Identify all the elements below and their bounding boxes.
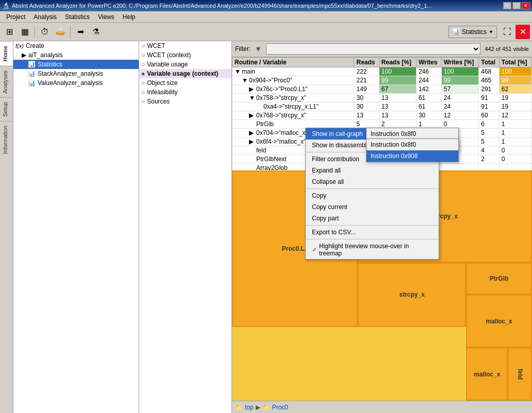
tm-block-mallocx1[interactable]: malloc_x: [466, 295, 532, 348]
tree-item-ait[interactable]: ▶ aiT_analysis: [13, 50, 139, 60]
minimize-button[interactable]: ─: [503, 2, 511, 9]
table-row[interactable]: ▼0x904->"Proc0" 221 99 244 99 465 99: [232, 76, 532, 85]
titlebar-controls: ─ □ ✕: [503, 2, 530, 9]
cell-writes-pct: [441, 164, 479, 171]
mid-item-objsize[interactable]: ○ Object size: [139, 78, 231, 88]
menu-statistics[interactable]: Statistics: [61, 12, 94, 22]
sources-icon: ○: [141, 98, 145, 105]
toolbar-grid-button[interactable]: ⊞: [2, 25, 16, 39]
filter-select[interactable]: [266, 43, 481, 55]
ctx-export-csv[interactable]: Export to CSV...: [306, 227, 439, 238]
objsize-label: Object size: [147, 79, 177, 87]
toolbar-clock-button[interactable]: ⏱: [38, 25, 52, 39]
tree-item-create[interactable]: f(x) Create: [13, 41, 139, 50]
cell-total: 4: [479, 146, 500, 155]
menu-views[interactable]: Views: [94, 12, 119, 22]
col-writes-pct: Writes [%]: [441, 58, 479, 67]
nav-proc0-label[interactable]: Proc0: [272, 404, 288, 411]
ait-label: aiT_analysis: [28, 51, 63, 59]
vtab-information[interactable]: Information: [0, 121, 13, 158]
ctx-sep-2: [306, 188, 439, 189]
app-title: AbsInt Advanced Analyzer for PowerPC e20…: [12, 3, 431, 9]
ctx-check-icon: ✓: [312, 246, 317, 253]
toolbar-close-button[interactable]: ✕: [516, 25, 530, 39]
close-button[interactable]: ✕: [522, 2, 530, 9]
value-label: ValueAnalyzer_analysis: [38, 79, 103, 87]
ctx-expand-all[interactable]: Expand all: [306, 165, 439, 176]
cell-writes: 142: [416, 85, 441, 94]
tree-item-statistics[interactable]: 📊 Statistics: [13, 60, 139, 69]
cell-total-pct: 1: [499, 129, 531, 137]
sub-callgraph-item-0[interactable]: Instruction 0x8f0: [367, 128, 458, 140]
toolbar-funnel-button[interactable]: ⚗: [89, 25, 103, 39]
cell-name: ▼0x758->"strcpy_x": [232, 94, 354, 102]
table-row[interactable]: ▼0x758->"strcpy_x" 30 13 61 24 91 19: [232, 94, 532, 102]
table-row[interactable]: PtrGlb 5 2 1 0 6 1: [232, 120, 532, 129]
menu-analysis[interactable]: Analysis: [29, 12, 61, 22]
tree-item-stackanalyzer[interactable]: 📊 StackAnalyzer_analysis: [13, 69, 139, 78]
cell-reads-pct: 99: [379, 76, 416, 85]
ctx-copy-current-label: Copy current: [312, 203, 347, 211]
ctx-copy[interactable]: Copy: [306, 190, 439, 201]
ctx-callgraph-label: Show in call-graph: [312, 130, 363, 137]
table-header: Routine / Variable Reads Reads [%] Write…: [232, 58, 532, 67]
left-panel: f(x) Create ▶ aiT_analysis 📊 Statistics …: [13, 41, 139, 413]
stats-label: Statistics: [38, 61, 62, 68]
mid-item-varusage[interactable]: ○ Variable usage: [139, 60, 231, 69]
col-reads-pct: Reads [%]: [379, 58, 416, 67]
mid-item-wcet[interactable]: ○ WCET: [139, 41, 231, 50]
cell-name: 0xa4->"strcpy_x.L1": [232, 102, 354, 111]
stack-icon: 📊: [28, 70, 36, 77]
tm-block-feld[interactable]: feld: [508, 348, 532, 401]
mid-item-wcet-ctx[interactable]: ○ WCET (context): [139, 50, 231, 60]
infeasibility-label: Infeasibility: [147, 89, 177, 96]
varusage-ctx-label: Variable usage (context): [147, 70, 218, 77]
nav-top-label[interactable]: top: [245, 404, 254, 411]
mid-item-infeasibility[interactable]: ○ Infeasibility: [139, 88, 231, 97]
vtab-home[interactable]: Home: [0, 41, 13, 66]
tm-block-ptrgib[interactable]: PtrGlb: [466, 263, 532, 295]
sources-label: Sources: [147, 98, 170, 105]
cell-name: PtrGlb: [232, 120, 354, 129]
toolbar-pie-button[interactable]: 🥧: [53, 25, 68, 39]
ctx-highlight-label: Highlight treeview mouse-over in treemap: [319, 243, 433, 257]
ctx-collapse-all[interactable]: Collapse all: [306, 176, 439, 187]
sub-disassembly-item-1[interactable]: Instruction 0x908: [367, 150, 458, 162]
statistics-dropdown[interactable]: 📊 Statistics ▼: [448, 26, 497, 38]
menu-project[interactable]: Project: [2, 12, 29, 22]
middle-panel: ○ WCET ○ WCET (context) ○ Variable usage…: [139, 41, 232, 413]
cell-reads: 30: [354, 94, 379, 102]
menu-help[interactable]: Help: [119, 12, 140, 22]
cell-total: 91: [479, 94, 500, 102]
cell-writes-pct: 100: [441, 67, 479, 76]
wcet-ctx-label: WCET (context): [147, 51, 191, 59]
cell-total: 465: [479, 76, 500, 85]
toolbar-separator-1: [35, 26, 35, 38]
table-row[interactable]: ▶0x768->"strcpy_x" 13 13 30 12 60 12: [232, 111, 532, 120]
table-row[interactable]: 0xa4->"strcpy_x.L1" 30 13 61 24 91 19: [232, 102, 532, 111]
col-total-pct: Total [%]: [499, 58, 531, 67]
cell-total-pct: 100: [499, 67, 531, 76]
ctx-copy-part[interactable]: Copy part: [306, 213, 439, 224]
tm-block-mallocx2[interactable]: malloc_x: [466, 348, 508, 401]
ctx-export-label: Export to CSV...: [312, 229, 356, 236]
tree-item-valueanalyzer[interactable]: 📊 ValueAnalyzer_analysis: [13, 78, 139, 88]
ctx-copy-current[interactable]: Copy current: [306, 201, 439, 213]
sub-disassembly-item-0[interactable]: Instruction 0x8f0: [367, 139, 458, 150]
table-row[interactable]: ▶0x76c->"Proc0.L1" 149 67 142 57 291 62: [232, 85, 532, 94]
toolbar-arrow-button[interactable]: ➡: [73, 25, 88, 39]
mid-item-sources[interactable]: ○ Sources: [139, 97, 231, 106]
cell-total-pct: 99: [499, 76, 531, 85]
vtab-analyses[interactable]: Analyses: [0, 66, 13, 98]
tm-block-strcpyx2[interactable]: strcpy_x: [358, 263, 466, 327]
toolbar-expand-button[interactable]: ⛶: [500, 25, 514, 39]
vtab-setup[interactable]: Setup: [0, 97, 13, 121]
maximize-button[interactable]: □: [512, 2, 521, 9]
mid-item-varusage-ctx[interactable]: ● Variable usage (context): [139, 69, 231, 78]
ctx-highlight-treemap[interactable]: ✓ Highlight treeview mouse-over in treem…: [306, 240, 439, 259]
cell-writes-pct: 57: [441, 85, 479, 94]
table-row[interactable]: ▼main 222 100 246 100 468 100: [232, 67, 532, 76]
ctx-filter-label: Filter contribution: [312, 156, 359, 163]
statistics-icon: 📊: [452, 28, 460, 36]
toolbar-table-button[interactable]: ▦: [18, 25, 32, 39]
